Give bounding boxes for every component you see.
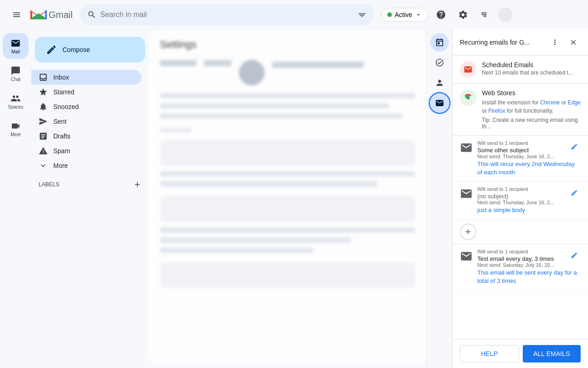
sidebar-item-drafts-label: Drafts	[53, 132, 70, 140]
add-new-email-button[interactable]: +	[452, 220, 588, 244]
draft-icon	[39, 132, 48, 141]
panel-header: Recurring emails for G...	[452, 29, 588, 56]
panel-content: Scheduled Emails Next 10 emails that are…	[452, 56, 588, 339]
email-item-1: Will send to 1 recipient Some other subj…	[452, 136, 588, 182]
right-icon-recurring[interactable]	[430, 94, 449, 112]
email-3-edit-button[interactable]	[568, 249, 581, 262]
avatar[interactable]	[498, 7, 513, 22]
labels-title: LABELS	[39, 181, 59, 188]
star-icon	[39, 87, 48, 97]
rail-meet-label: Meet	[11, 132, 21, 137]
web-stores-section: Web Stores Install the extension for Chr…	[452, 84, 588, 136]
panel-footer: HELP ALL EMAILS	[452, 339, 588, 368]
snooze-icon	[39, 102, 48, 111]
compose-icon	[46, 44, 57, 55]
scheduled-emails-name: Scheduled Emails	[482, 61, 573, 69]
active-status[interactable]: Active	[381, 8, 428, 22]
web-stores-tip: Tip: Create a new recurring email using …	[482, 117, 581, 130]
all-emails-footer-button[interactable]: ALL EMAILS	[523, 345, 581, 362]
right-panel: Recurring emails for G...	[452, 29, 588, 368]
sidebar-item-snoozed[interactable]: Snoozed	[31, 99, 141, 114]
email-1-preview: This will recur every 2nd Wednesday of e…	[460, 160, 581, 177]
main-content: Settings	[149, 29, 426, 364]
email-2-subject: (no subject)	[477, 193, 563, 200]
sidebar-item-drafts[interactable]: Drafts	[31, 129, 141, 144]
help-button[interactable]	[432, 6, 450, 24]
left-rail: Mail Chat Spaces Meet	[0, 29, 31, 368]
rail-mail-label: Mail	[11, 49, 20, 54]
meet-icon	[11, 121, 21, 131]
chrome-link[interactable]: Chrome	[540, 99, 560, 106]
email-item-3: Will send to 1 recipient Test email ever…	[452, 244, 588, 290]
search-input[interactable]	[100, 11, 354, 19]
rail-chat[interactable]: Chat	[3, 61, 28, 86]
task-icon	[435, 58, 444, 67]
edge-link[interactable]: Edge	[568, 99, 581, 106]
compose-button[interactable]: Compose	[35, 37, 145, 63]
chevron-down-icon	[415, 11, 422, 18]
apps-button[interactable]	[476, 6, 494, 24]
email-envelope-icon-2	[460, 187, 473, 200]
right-sidebar-icons	[426, 29, 452, 368]
sidebar-item-sent[interactable]: Sent	[31, 114, 141, 129]
close-icon	[569, 38, 577, 46]
right-icon-contacts[interactable]	[430, 74, 449, 92]
sidebar-item-inbox[interactable]: Inbox	[31, 70, 141, 85]
email-2-edit-button[interactable]	[568, 186, 581, 199]
sidebar-item-inbox-label: Inbox	[53, 74, 69, 81]
sidebar-item-more-label: More	[53, 162, 68, 169]
scheduled-emails-icon	[460, 61, 476, 78]
sidebar-item-spam[interactable]: Spam	[31, 144, 141, 158]
gmail-logo: Gmail	[29, 8, 73, 21]
edit-icon-2	[571, 189, 578, 196]
edit-icon-1	[571, 143, 578, 150]
labels-add-icon[interactable]	[133, 180, 141, 189]
panel-more-button[interactable]	[548, 35, 562, 50]
rail-meet[interactable]: Meet	[3, 116, 28, 142]
help-icon	[436, 10, 446, 20]
labels-section: LABELS	[31, 177, 149, 192]
recurring-icon	[435, 98, 444, 108]
calendar-icon	[435, 38, 444, 47]
search-icon	[87, 10, 96, 19]
inbox-icon	[39, 73, 48, 82]
panel-close-button[interactable]	[566, 35, 581, 50]
apps-icon	[480, 10, 490, 20]
mail-icon	[11, 38, 21, 48]
active-label: Active	[395, 11, 412, 18]
email-item-2: Will send to 1 recipient (no subject) Ne…	[452, 182, 588, 219]
add-circle-icon: +	[460, 224, 476, 240]
help-footer-button[interactable]: HELP	[460, 345, 519, 362]
email-3-preview: This email will be sent every day for a …	[460, 269, 581, 285]
sidebar: Compose Inbox Starred Snoozed Sent	[31, 29, 149, 368]
rail-spaces[interactable]: Spaces	[3, 88, 28, 114]
rail-mail[interactable]: Mail	[3, 33, 28, 59]
email-1-edit-button[interactable]	[568, 140, 581, 153]
chrome-icon	[463, 92, 473, 103]
scheduled-emails-desc: Next 10 emails that are scheduled t...	[482, 69, 573, 76]
email-envelope-icon-3	[460, 250, 473, 263]
active-dot	[387, 12, 392, 17]
compose-label: Compose	[62, 46, 90, 53]
email-envelope-icon-1	[460, 141, 473, 154]
scheduled-emails-section: Scheduled Emails Next 10 emails that are…	[452, 56, 588, 84]
email-1-recipients: Will send to 1 recipient	[477, 140, 563, 146]
scheduled-icon	[464, 65, 473, 74]
warning-icon	[39, 146, 48, 155]
hamburger-icon	[12, 10, 21, 19]
hamburger-menu[interactable]	[7, 6, 26, 24]
firefox-link[interactable]: Firefox	[488, 108, 505, 114]
sidebar-item-snoozed-label: Snoozed	[53, 103, 79, 110]
right-icon-tasks[interactable]	[430, 53, 449, 72]
sidebar-item-spam-label: Spam	[53, 147, 70, 155]
more-vert-icon	[551, 38, 559, 46]
sidebar-item-more[interactable]: More	[31, 158, 141, 173]
settings-button[interactable]	[454, 6, 472, 24]
email-2-preview: just a simple body	[460, 206, 581, 214]
email-2-next-send: Next send: Thursday, June 16, 2...	[477, 200, 563, 205]
sidebar-item-starred[interactable]: Starred	[31, 85, 141, 99]
email-1-subject: Some other subject	[477, 147, 563, 154]
filter-icon[interactable]	[357, 10, 367, 19]
search-bar	[80, 4, 374, 25]
right-icon-calendar[interactable]	[430, 33, 449, 52]
